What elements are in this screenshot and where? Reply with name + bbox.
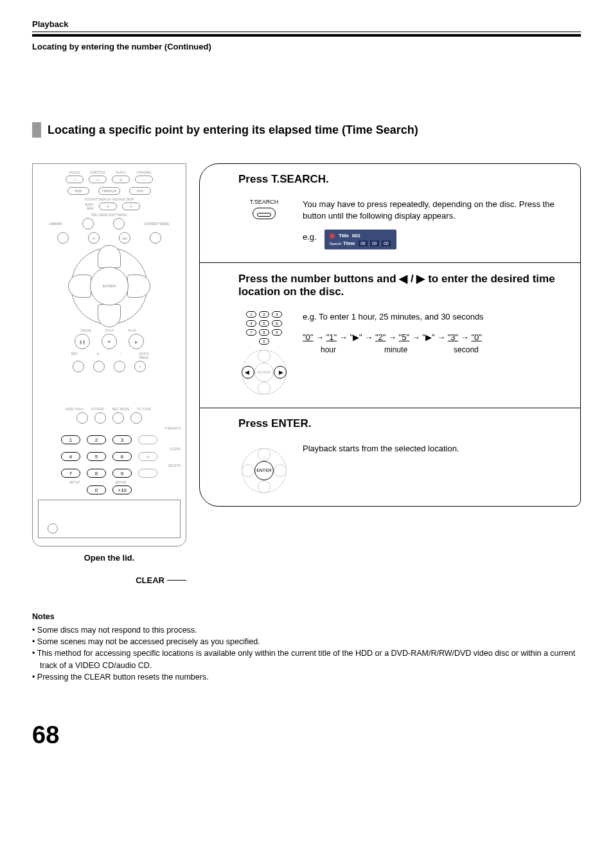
audio-button[interactable]: ◎ bbox=[112, 176, 130, 183]
note-item: Some discs may not respond to this proce… bbox=[32, 624, 581, 636]
slow-button[interactable]: ⊳ bbox=[88, 232, 100, 244]
channel-button[interactable]: ⌄ bbox=[135, 176, 153, 183]
dpad-down[interactable] bbox=[98, 304, 121, 327]
delete-button[interactable] bbox=[138, 469, 157, 478]
instant-replay-button[interactable]: ⟲ bbox=[99, 203, 117, 210]
open-lid-label: Open the lid. bbox=[32, 553, 186, 563]
step-3-icon: ENTER bbox=[238, 443, 290, 493]
steps-column: Press T.SEARCH. T.SEARCH You may have to… bbox=[199, 163, 581, 507]
step-2-text: e.g. To enter 1 hour, 25 minutes, and 30… bbox=[303, 311, 484, 356]
dpad-left[interactable] bbox=[68, 275, 91, 298]
step-3-text: Playback starts from the selected locati… bbox=[303, 443, 459, 455]
library-button[interactable] bbox=[57, 232, 69, 244]
remote-navi-row: EASY NAVI ⟲ ⟳ bbox=[38, 203, 181, 210]
transport-row: ❚❚ ■ ▶ bbox=[38, 334, 181, 349]
main-heading-row: Locating a specific point by entering it… bbox=[32, 122, 581, 138]
num-7[interactable]: 7 bbox=[61, 469, 80, 478]
recmode-button[interactable] bbox=[112, 412, 124, 424]
content-menu-button[interactable] bbox=[150, 232, 161, 244]
dpad-up[interactable] bbox=[98, 245, 121, 268]
numpad: 123 CLEAR 456⇨ DELETE 789 SETUPENTER 0+1… bbox=[38, 435, 181, 494]
tsearch-icon bbox=[253, 208, 276, 219]
remote-body: ANGLESUBTITLEAUDIOCHANNEL ▢ ▭ ◎ ⌄ HDD TI… bbox=[32, 163, 186, 547]
num-8[interactable]: 8 bbox=[87, 469, 106, 478]
notes-list: Some discs may not respond to this proce… bbox=[32, 624, 581, 683]
step-2-icon: 123 456 789 0 ENTER ◀ ▶ bbox=[238, 311, 290, 395]
step-1-title: Press T.SEARCH. bbox=[238, 173, 561, 186]
page-number: 68 bbox=[32, 721, 581, 749]
record-dot-icon bbox=[330, 233, 335, 239]
vid-labels: VIDEO Plus+EXTENDREC MODETV CODE bbox=[38, 407, 181, 411]
videoplus-button[interactable] bbox=[76, 412, 88, 424]
num-1[interactable]: 1 bbox=[61, 435, 80, 444]
num-2[interactable]: 2 bbox=[87, 435, 106, 444]
note-item: This method for accessing specific locat… bbox=[32, 647, 581, 671]
step-1: Press T.SEARCH. T.SEARCH You may have to… bbox=[200, 164, 580, 262]
stop-button[interactable]: ■ bbox=[102, 334, 117, 349]
mini-dpad-center: ENTER bbox=[254, 363, 274, 382]
header-subsection: Locating by entering the number (Continu… bbox=[32, 42, 581, 51]
vid-row bbox=[38, 412, 181, 424]
clear-button[interactable]: ⇨ bbox=[138, 452, 157, 461]
num-3[interactable]: 3 bbox=[112, 435, 132, 444]
rec-menu-button[interactable] bbox=[82, 218, 94, 230]
transport-labels: PAUSESTOPPLAY bbox=[38, 329, 181, 332]
num-4[interactable]: 4 bbox=[61, 452, 80, 461]
subtitle-button[interactable]: ▭ bbox=[89, 176, 107, 183]
notes-section: Notes Some discs may not respond to this… bbox=[32, 611, 581, 683]
edit-menu-button[interactable] bbox=[113, 218, 125, 230]
dpad-right[interactable] bbox=[127, 275, 150, 298]
star-button[interactable] bbox=[93, 361, 105, 372]
tsearch-label: T.SEARCH bbox=[38, 426, 181, 430]
step-2-sequence: "0" → "1" → "▶" → "2" → "5" → "▶" → "3" … bbox=[303, 332, 484, 343]
delete-label: DELETE bbox=[38, 464, 181, 467]
right-arrow-icon: ▶ bbox=[279, 369, 283, 375]
step-1-icon: T.SEARCH bbox=[238, 199, 290, 219]
instant-skip-button[interactable]: ⟳ bbox=[122, 203, 140, 210]
header-section: Playback bbox=[32, 19, 581, 29]
step-1-text: You may have to press repeatedly, depend… bbox=[303, 199, 561, 249]
angle-button[interactable]: ▢ bbox=[66, 176, 84, 183]
dpad-enter[interactable]: ENTER bbox=[90, 267, 129, 305]
num-9[interactable]: 9 bbox=[112, 469, 132, 478]
rec-button[interactable] bbox=[73, 361, 84, 372]
enter-dpad-icon: ENTER bbox=[242, 448, 287, 493]
step-2: Press the number buttons and ◀ / ▶ to en… bbox=[200, 262, 580, 408]
instant-label: INSTANT REPLAY INSTANT SKIP bbox=[38, 197, 181, 201]
remote-dpad: ENTER bbox=[71, 248, 148, 325]
tsearch-button[interactable] bbox=[138, 435, 157, 444]
tvcode-button[interactable] bbox=[130, 412, 142, 424]
quick-menu-button[interactable]: ⌕ bbox=[134, 361, 146, 372]
dvd-button[interactable]: DVD bbox=[129, 187, 151, 195]
pause-button[interactable]: ❚❚ bbox=[75, 334, 90, 349]
left-arrow-icon: ◀ bbox=[245, 369, 249, 375]
content-row: ANGLESUBTITLEAUDIOCHANNEL ▢ ▭ ◎ ⌄ HDD TI… bbox=[32, 163, 581, 585]
extend-button[interactable] bbox=[94, 412, 106, 424]
plus10-button[interactable]: +10 bbox=[112, 485, 132, 494]
clear-callout: CLEAR bbox=[32, 575, 186, 585]
timeslip-button[interactable]: TIMESLIP bbox=[98, 187, 120, 195]
remote-lid bbox=[38, 500, 181, 538]
mini-numpad-icon: 123 456 789 0 bbox=[246, 311, 282, 345]
num-6[interactable]: 6 bbox=[112, 452, 132, 461]
clear-label: CLEAR bbox=[38, 447, 181, 451]
remote-slow-row: ⊳ ⊲⊳ bbox=[38, 232, 181, 244]
marker-button[interactable] bbox=[114, 361, 125, 372]
rec-labels: REC★○QUICK MENU bbox=[38, 352, 181, 359]
mini-dpad-icon: ENTER ◀ ▶ bbox=[242, 350, 287, 395]
skip-button[interactable]: ⊲⊳ bbox=[119, 232, 130, 244]
note-item: Pressing the CLEAR button resets the num… bbox=[32, 671, 581, 683]
step-2-title: Press the number buttons and ◀ / ▶ to en… bbox=[238, 272, 561, 298]
step-2-labels: hour minute second bbox=[303, 345, 484, 356]
rule-thick bbox=[32, 34, 581, 37]
main-heading: Locating a specific point by entering it… bbox=[48, 123, 418, 137]
rule-thin bbox=[32, 32, 581, 32]
step-3-title: Press ENTER. bbox=[238, 417, 561, 430]
step-3: Press ENTER. ENTER Playback starts from … bbox=[200, 408, 580, 506]
heading-accent bbox=[32, 122, 41, 138]
play-button[interactable]: ▶ bbox=[129, 334, 144, 349]
num-5[interactable]: 5 bbox=[87, 452, 106, 461]
remote-mode-row: HDD TIMESLIP DVD bbox=[38, 187, 181, 195]
hdd-button[interactable]: HDD bbox=[67, 187, 89, 195]
num-0[interactable]: 0 bbox=[87, 485, 106, 494]
